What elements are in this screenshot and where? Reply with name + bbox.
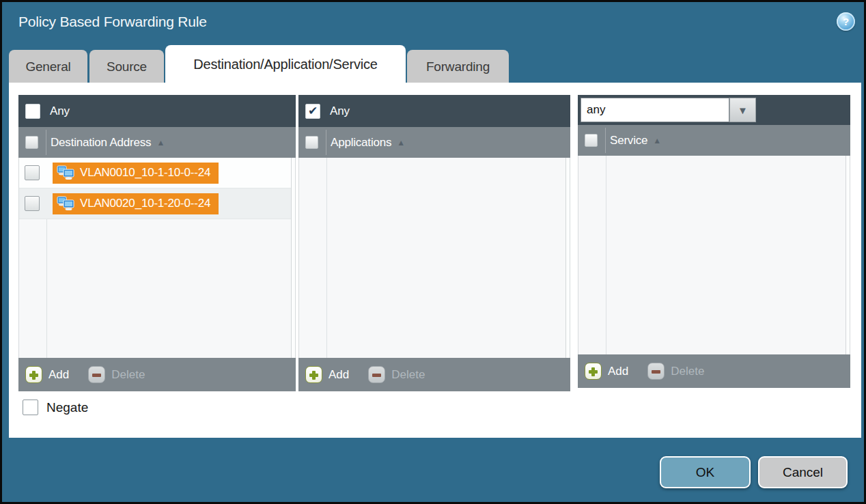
destination-address-column: Any Destination Address ▲ bbox=[18, 95, 296, 391]
destination-any-row: Any bbox=[18, 95, 296, 127]
chevron-down-icon: ▼ bbox=[738, 104, 748, 116]
sort-ascending-icon[interactable]: ▲ bbox=[397, 138, 405, 148]
table-row[interactable]: VLAN0010_10-1-10-0--24 bbox=[19, 158, 295, 188]
add-icon[interactable] bbox=[305, 366, 322, 383]
delete-icon bbox=[647, 363, 665, 380]
service-add-button[interactable]: Add bbox=[608, 365, 628, 378]
service-list bbox=[578, 156, 850, 354]
destination-column-header[interactable]: Destination Address ▲ bbox=[18, 127, 296, 158]
service-delete-button: Delete bbox=[671, 365, 704, 378]
ok-button[interactable]: OK bbox=[660, 456, 751, 488]
tab-general-label: General bbox=[25, 59, 70, 74]
add-icon[interactable] bbox=[585, 363, 602, 380]
negate-label: Negate bbox=[46, 400, 88, 415]
destination-any-label: Any bbox=[50, 104, 70, 118]
service-dropdown-button[interactable]: ▼ bbox=[729, 98, 756, 122]
cancel-button[interactable]: Cancel bbox=[758, 456, 848, 488]
negate-checkbox[interactable] bbox=[23, 400, 38, 415]
tab-destination-application-service[interactable]: Destination/Application/Service bbox=[165, 45, 406, 83]
delete-icon bbox=[368, 366, 385, 383]
destination-header-label: Destination Address bbox=[51, 136, 151, 150]
scrollbar-track[interactable] bbox=[846, 156, 850, 354]
applications-column: Any Applications ▲ Add Delete bbox=[298, 95, 570, 391]
applications-delete-button: Delete bbox=[391, 368, 425, 382]
column-divider bbox=[326, 130, 326, 155]
applications-any-checkbox[interactable] bbox=[305, 104, 320, 119]
tab-destination-label: Destination/Application/Service bbox=[193, 57, 378, 72]
service-column: ▼ Service ▲ Add Delete bbox=[578, 95, 850, 388]
network-address-icon bbox=[57, 196, 74, 211]
cancel-button-label: Cancel bbox=[783, 465, 823, 480]
tab-forwarding[interactable]: Forwarding bbox=[407, 50, 509, 83]
destination-delete-button: Delete bbox=[111, 368, 145, 382]
destination-select-all-checkbox[interactable] bbox=[25, 136, 38, 149]
add-icon[interactable] bbox=[25, 366, 42, 383]
applications-list bbox=[298, 158, 570, 358]
address-object-tag[interactable]: VLAN0020_10-1-20-0--24 bbox=[53, 193, 219, 214]
applications-footer: Add Delete bbox=[298, 358, 570, 391]
row-checkbox[interactable] bbox=[25, 196, 40, 211]
service-dropdown-row: ▼ bbox=[578, 95, 850, 125]
address-object-label: VLAN0020_10-1-20-0--24 bbox=[80, 197, 210, 210]
destination-any-checkbox[interactable] bbox=[25, 104, 40, 119]
destination-add-button[interactable]: Add bbox=[48, 368, 69, 382]
address-object-label: VLAN0010_10-1-10-0--24 bbox=[80, 166, 210, 180]
scrollbar-track[interactable] bbox=[565, 158, 570, 358]
tab-content-panel: Any Destination Address ▲ bbox=[9, 83, 861, 438]
service-column-header[interactable]: Service ▲ bbox=[578, 125, 850, 156]
help-icon[interactable]: ? bbox=[837, 12, 855, 31]
applications-add-button[interactable]: Add bbox=[329, 368, 349, 382]
column-divider bbox=[46, 130, 46, 155]
row-checkbox[interactable] bbox=[25, 165, 40, 180]
applications-select-all-checkbox[interactable] bbox=[305, 136, 318, 149]
applications-any-row: Any bbox=[298, 95, 570, 127]
tab-source[interactable]: Source bbox=[89, 50, 164, 83]
scrollbar-track[interactable] bbox=[291, 158, 295, 358]
network-address-icon bbox=[57, 165, 74, 180]
column-divider bbox=[606, 156, 606, 354]
service-header-label: Service bbox=[610, 134, 647, 148]
tab-source-label: Source bbox=[107, 59, 147, 74]
ok-button-label: OK bbox=[696, 465, 714, 480]
tab-forwarding-label: Forwarding bbox=[426, 59, 490, 74]
column-divider bbox=[326, 158, 327, 358]
service-footer: Add Delete bbox=[578, 354, 850, 388]
address-object-tag[interactable]: VLAN0010_10-1-10-0--24 bbox=[53, 163, 219, 184]
delete-icon bbox=[88, 366, 105, 383]
tab-general[interactable]: General bbox=[9, 50, 87, 83]
dialog-title: Policy Based Forwarding Rule bbox=[18, 14, 207, 30]
sort-ascending-icon[interactable]: ▲ bbox=[156, 138, 165, 148]
destination-footer: Add Delete bbox=[18, 358, 296, 391]
table-row[interactable]: VLAN0020_10-1-20-0--24 bbox=[19, 188, 295, 219]
policy-forwarding-dialog: Policy Based Forwarding Rule ? General S… bbox=[0, 0, 866, 504]
sort-ascending-icon[interactable]: ▲ bbox=[653, 136, 661, 145]
column-divider bbox=[605, 128, 606, 153]
applications-column-header[interactable]: Applications ▲ bbox=[298, 127, 570, 158]
applications-any-label: Any bbox=[330, 104, 350, 118]
service-dropdown-input[interactable] bbox=[581, 98, 729, 122]
applications-header-label: Applications bbox=[331, 136, 391, 150]
negate-row: Negate bbox=[23, 400, 88, 415]
service-select-all-checkbox[interactable] bbox=[585, 134, 598, 147]
destination-list: VLAN0010_10-1-10-0--24 bbox=[18, 158, 296, 358]
